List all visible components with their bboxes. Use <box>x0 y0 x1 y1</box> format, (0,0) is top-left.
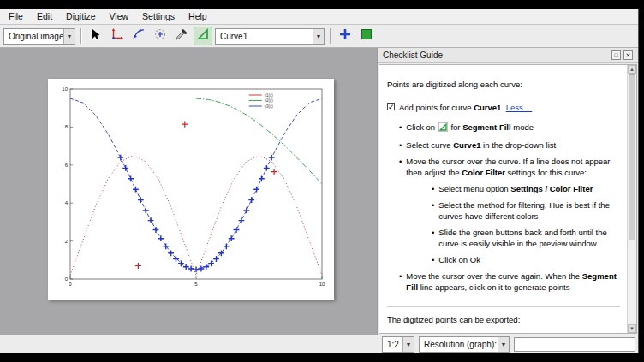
text: Select the method for filtering. Hue is … <box>438 200 610 221</box>
menu-edit[interactable]: Edit <box>30 9 59 24</box>
zoom-combo[interactable]: 1:2 ▼ <box>382 336 414 353</box>
graph-canvas[interactable]: 02468100510y1(x)y2(x)y3(x) <box>48 79 334 300</box>
letterbox-top <box>0 0 644 9</box>
zoom-value: 1:2 <box>383 340 402 349</box>
status-text-field[interactable] <box>514 337 635 352</box>
chevron-down-icon: ▼ <box>63 29 75 44</box>
bullet-dot: • <box>432 183 434 194</box>
svg-text:10: 10 <box>319 282 325 287</box>
svg-text:y2(x): y2(x) <box>265 98 274 103</box>
bullet-dot: • <box>432 199 434 222</box>
menu-help[interactable]: Help <box>182 9 214 24</box>
menu-settings[interactable]: Settings <box>135 9 182 24</box>
menu-file[interactable]: File <box>2 9 30 24</box>
checklist-bullet: •Click on for Segment Fill mode <box>399 122 620 134</box>
segment-fill-inline-icon <box>438 122 448 134</box>
dock-title: Checklist Guide <box>383 50 443 60</box>
menu-digitize[interactable]: Digitize <box>59 9 102 24</box>
divider <box>387 306 620 307</box>
checklist-bullet: •Move the cursor over the curve again. W… <box>399 270 620 293</box>
checklist-item-text: Add points for curve Curve1. Less ... <box>399 102 532 113</box>
digitizing-workspace: 02468100510y1(x)y2(x)y3(x) <box>0 48 377 335</box>
image-selector-value: Original image <box>4 32 63 41</box>
image-selector-combo[interactable]: Original image ▼ <box>3 28 75 45</box>
scrollbar-thumb[interactable] <box>629 74 635 240</box>
checklist-scrollbar[interactable]: ▲ ▼ <box>627 65 636 333</box>
bullet-dot: • <box>432 227 434 249</box>
scroll-down-icon[interactable]: ▼ <box>628 324 636 333</box>
bullet-text: Slide the green buttons back and forth u… <box>438 227 620 249</box>
chevron-down-icon: ▼ <box>498 337 509 352</box>
point-match-button[interactable] <box>151 27 170 45</box>
checklist-guide-dock: Checklist Guide □ ✕ Points are digitized… <box>377 48 638 335</box>
bullet-text: Click on for Segment Fill mode <box>406 122 534 134</box>
bullet-dot: • <box>399 139 402 151</box>
crosshair-button[interactable] <box>336 27 355 45</box>
checklist-bullet: •Select curve Curve1 in the drop-down li… <box>399 139 620 151</box>
close-icon[interactable]: ✕ <box>623 50 633 60</box>
bullet-text: Select the method for filtering. Hue is … <box>438 199 620 222</box>
checklist-content: Points are digitized along each curve: ✓… <box>379 65 627 333</box>
engauge-window: FileEditDigitizeViewSettingsHelp Origina… <box>0 9 639 353</box>
checklist-link[interactable]: More... <box>493 333 519 334</box>
text: Click on Ok <box>438 255 480 264</box>
text: line appears, click on it to generate po… <box>418 282 569 292</box>
status-bar: 1:2 ▼ Resolution (graph): ▼ <box>0 335 638 353</box>
curve-points-button[interactable] <box>129 27 148 45</box>
bullet-dot: • <box>399 122 402 134</box>
checkbox-add-points[interactable]: ✓ <box>387 103 395 110</box>
text: in the drop-down list <box>480 140 556 150</box>
svg-text:y1(x): y1(x) <box>265 93 274 98</box>
toolbar-separator <box>330 28 331 44</box>
menu-bar: FileEditDigitizeViewSettingsHelp <box>0 9 638 25</box>
svg-text:8: 8 <box>65 124 69 129</box>
checkbox-export[interactable] <box>387 333 395 334</box>
resolution-combo[interactable]: Resolution (graph): ▼ <box>419 336 510 353</box>
green-box-button[interactable] <box>357 27 376 45</box>
resolution-value: Resolution (graph): <box>420 340 498 349</box>
cursor-arrow-icon <box>89 27 103 45</box>
checklist-link[interactable]: Less ... <box>506 103 533 112</box>
checklist-intro: Points are digitized along each curve: <box>387 79 620 90</box>
scroll-up-icon[interactable]: ▲ <box>628 65 636 74</box>
checklist-item-text: Export the points to a file. More... <box>399 332 518 334</box>
menu-view[interactable]: View <box>103 9 136 24</box>
text: Move the cursor over the curve again. Wh… <box>406 271 581 281</box>
checklist-bullet: •Click on Ok <box>432 254 620 265</box>
curve-selector-combo[interactable]: Curve1 ▼ <box>215 28 325 45</box>
checklist-item-add-points: ✓ Add points for curve Curve1. Less ... <box>387 102 620 113</box>
segment-fill-icon <box>196 27 210 45</box>
color-picker-button[interactable] <box>172 27 191 45</box>
letterbox-bottom <box>0 353 644 362</box>
chevron-down-icon: ▼ <box>313 29 324 44</box>
svg-text:6: 6 <box>65 163 69 168</box>
checklist-bullet: •Slide the green buttons back and forth … <box>432 227 620 249</box>
bullet-text: Select menu option Settings / Color Filt… <box>438 183 593 194</box>
float-icon[interactable]: □ <box>611 50 621 60</box>
checklist-bullet: •Select the method for filtering. Hue is… <box>432 199 620 222</box>
checklist-outro: The digitized points can be exported: <box>387 314 620 325</box>
dock-title-bar[interactable]: Checklist Guide □ ✕ <box>378 48 638 63</box>
checklist-bullet: •Move the cursor over the curve. If a li… <box>399 156 620 178</box>
green-box-icon <box>360 27 373 45</box>
text: Export the points to a file. <box>399 333 493 334</box>
text: Click on <box>406 122 437 132</box>
svg-text:2: 2 <box>65 239 69 244</box>
checklist-bullet: •Select menu option Settings / Color Fil… <box>432 183 620 194</box>
text: Select curve <box>406 140 453 150</box>
select-cursor-button[interactable] <box>86 27 105 45</box>
bullet-text: Move the cursor over the curve again. Wh… <box>406 270 620 293</box>
bullet-text: Click on Ok <box>438 254 480 265</box>
bold-text: Curve1 <box>474 103 501 112</box>
segment-fill-button[interactable] <box>194 27 212 45</box>
axis-points-button[interactable] <box>108 27 127 45</box>
bold-text: Segment Fill <box>462 122 510 132</box>
letterbox-right <box>639 0 644 362</box>
bold-text: Color Filter <box>462 168 505 177</box>
curve-points-icon <box>132 27 146 45</box>
checklist-item-export: Export the points to a file. More... <box>387 332 620 334</box>
svg-text:4: 4 <box>65 200 69 205</box>
curve-selector-value: Curve1 <box>216 32 313 41</box>
text: for <box>449 122 462 132</box>
svg-text:5: 5 <box>194 282 198 287</box>
